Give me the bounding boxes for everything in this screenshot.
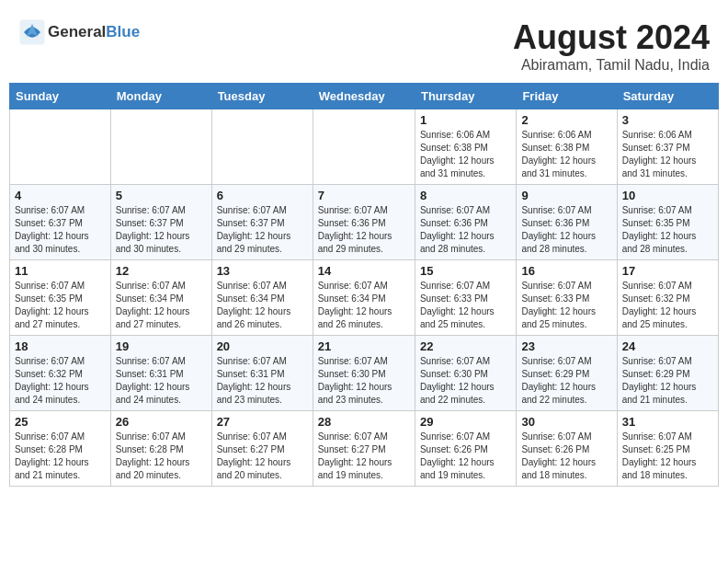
day-number: 9 — [521, 189, 611, 202]
day-info: Sunrise: 6:07 AM Sunset: 6:29 PM Dayligh… — [622, 355, 713, 407]
day-number: 30 — [521, 415, 611, 429]
calendar-table: SundayMondayTuesdayWednesdayThursdayFrid… — [9, 83, 719, 487]
day-number: 23 — [521, 339, 611, 353]
day-info: Sunrise: 6:07 AM Sunset: 6:35 PM Dayligh… — [622, 204, 713, 256]
weekday-header-tuesday: Tuesday — [211, 84, 313, 109]
day-cell-28: 28Sunrise: 6:07 AM Sunset: 6:27 PM Dayli… — [313, 411, 415, 487]
day-number: 16 — [521, 264, 611, 278]
day-info: Sunrise: 6:07 AM Sunset: 6:36 PM Dayligh… — [318, 204, 410, 256]
day-cell-8: 8Sunrise: 6:07 AM Sunset: 6:36 PM Daylig… — [415, 185, 516, 260]
day-number: 24 — [622, 339, 713, 353]
day-info: Sunrise: 6:07 AM Sunset: 6:34 PM Dayligh… — [217, 280, 308, 331]
day-number: 12 — [116, 264, 207, 278]
title-area: August 2024 Abiramam, Tamil Nadu, India — [513, 18, 710, 74]
logo-general-text: General — [48, 23, 106, 40]
day-cell-21: 21Sunrise: 6:07 AM Sunset: 6:30 PM Dayli… — [313, 336, 415, 411]
week-row-5: 25Sunrise: 6:07 AM Sunset: 6:28 PM Dayli… — [10, 411, 719, 487]
day-cell-9: 9Sunrise: 6:07 AM Sunset: 6:36 PM Daylig… — [517, 185, 617, 260]
day-number: 28 — [318, 415, 410, 429]
header: GeneralBlue August 2024 Abiramam, Tamil … — [9, 9, 719, 78]
day-cell-11: 11Sunrise: 6:07 AM Sunset: 6:35 PM Dayli… — [10, 260, 111, 336]
day-cell-25: 25Sunrise: 6:07 AM Sunset: 6:28 PM Dayli… — [10, 411, 111, 487]
day-number: 3 — [622, 113, 713, 127]
day-cell-6: 6Sunrise: 6:07 AM Sunset: 6:37 PM Daylig… — [211, 185, 313, 260]
weekday-header-friday: Friday — [517, 84, 617, 109]
day-info: Sunrise: 6:07 AM Sunset: 6:33 PM Dayligh… — [420, 280, 511, 331]
day-info: Sunrise: 6:07 AM Sunset: 6:36 PM Dayligh… — [521, 204, 611, 256]
day-number: 19 — [116, 339, 207, 353]
day-cell-10: 10Sunrise: 6:07 AM Sunset: 6:35 PM Dayli… — [617, 185, 718, 260]
empty-cell — [313, 109, 415, 185]
empty-cell — [211, 109, 313, 185]
day-info: Sunrise: 6:07 AM Sunset: 6:34 PM Dayligh… — [116, 280, 207, 331]
day-cell-1: 1Sunrise: 6:06 AM Sunset: 6:38 PM Daylig… — [415, 109, 516, 185]
week-row-1: 1Sunrise: 6:06 AM Sunset: 6:38 PM Daylig… — [10, 109, 719, 185]
day-info: Sunrise: 6:07 AM Sunset: 6:37 PM Dayligh… — [15, 204, 106, 256]
day-number: 20 — [217, 339, 308, 353]
logo: GeneralBlue — [18, 18, 140, 46]
day-info: Sunrise: 6:07 AM Sunset: 6:35 PM Dayligh… — [15, 280, 106, 331]
day-cell-4: 4Sunrise: 6:07 AM Sunset: 6:37 PM Daylig… — [10, 185, 111, 260]
day-cell-18: 18Sunrise: 6:07 AM Sunset: 6:32 PM Dayli… — [10, 336, 111, 411]
day-number: 31 — [622, 415, 713, 429]
day-number: 1 — [420, 113, 511, 127]
empty-cell — [10, 109, 111, 185]
day-number: 4 — [15, 189, 106, 202]
general-blue-icon — [18, 18, 46, 46]
day-info: Sunrise: 6:06 AM Sunset: 6:37 PM Dayligh… — [622, 129, 713, 180]
day-cell-2: 2Sunrise: 6:06 AM Sunset: 6:38 PM Daylig… — [517, 109, 617, 185]
day-info: Sunrise: 6:07 AM Sunset: 6:37 PM Dayligh… — [217, 204, 308, 256]
day-cell-17: 17Sunrise: 6:07 AM Sunset: 6:32 PM Dayli… — [617, 260, 718, 336]
weekday-header-saturday: Saturday — [617, 84, 718, 109]
day-number: 6 — [217, 189, 308, 202]
day-number: 8 — [420, 189, 511, 202]
day-number: 7 — [318, 189, 410, 202]
day-cell-14: 14Sunrise: 6:07 AM Sunset: 6:34 PM Dayli… — [313, 260, 415, 336]
day-number: 11 — [15, 264, 106, 278]
sub-title: Abiramam, Tamil Nadu, India — [513, 57, 710, 74]
week-row-4: 18Sunrise: 6:07 AM Sunset: 6:32 PM Dayli… — [10, 336, 719, 411]
week-row-2: 4Sunrise: 6:07 AM Sunset: 6:37 PM Daylig… — [10, 185, 719, 260]
day-info: Sunrise: 6:07 AM Sunset: 6:25 PM Dayligh… — [622, 431, 713, 482]
day-cell-12: 12Sunrise: 6:07 AM Sunset: 6:34 PM Dayli… — [110, 260, 211, 336]
day-cell-15: 15Sunrise: 6:07 AM Sunset: 6:33 PM Dayli… — [415, 260, 516, 336]
day-info: Sunrise: 6:07 AM Sunset: 6:36 PM Dayligh… — [420, 204, 511, 256]
day-number: 25 — [15, 415, 106, 429]
day-number: 2 — [521, 113, 611, 127]
day-cell-23: 23Sunrise: 6:07 AM Sunset: 6:29 PM Dayli… — [517, 336, 617, 411]
day-info: Sunrise: 6:07 AM Sunset: 6:31 PM Dayligh… — [217, 355, 308, 407]
day-number: 15 — [420, 264, 511, 278]
week-row-3: 11Sunrise: 6:07 AM Sunset: 6:35 PM Dayli… — [10, 260, 719, 336]
empty-cell — [110, 109, 211, 185]
day-cell-24: 24Sunrise: 6:07 AM Sunset: 6:29 PM Dayli… — [617, 336, 718, 411]
day-cell-29: 29Sunrise: 6:07 AM Sunset: 6:26 PM Dayli… — [415, 411, 516, 487]
day-info: Sunrise: 6:07 AM Sunset: 6:28 PM Dayligh… — [15, 431, 106, 482]
day-cell-19: 19Sunrise: 6:07 AM Sunset: 6:31 PM Dayli… — [110, 336, 211, 411]
day-info: Sunrise: 6:07 AM Sunset: 6:33 PM Dayligh… — [521, 280, 611, 331]
day-info: Sunrise: 6:07 AM Sunset: 6:32 PM Dayligh… — [15, 355, 106, 407]
day-number: 18 — [15, 339, 106, 353]
day-info: Sunrise: 6:07 AM Sunset: 6:28 PM Dayligh… — [116, 431, 207, 482]
day-cell-13: 13Sunrise: 6:07 AM Sunset: 6:34 PM Dayli… — [211, 260, 313, 336]
day-info: Sunrise: 6:07 AM Sunset: 6:29 PM Dayligh… — [521, 355, 611, 407]
weekday-header-row: SundayMondayTuesdayWednesdayThursdayFrid… — [10, 84, 719, 109]
day-info: Sunrise: 6:07 AM Sunset: 6:27 PM Dayligh… — [217, 431, 308, 482]
day-cell-5: 5Sunrise: 6:07 AM Sunset: 6:37 PM Daylig… — [110, 185, 211, 260]
logo-blue-text: Blue — [106, 23, 140, 40]
day-info: Sunrise: 6:06 AM Sunset: 6:38 PM Dayligh… — [420, 129, 511, 180]
weekday-header-sunday: Sunday — [10, 84, 111, 109]
weekday-header-monday: Monday — [110, 84, 211, 109]
day-number: 5 — [116, 189, 207, 202]
day-info: Sunrise: 6:07 AM Sunset: 6:30 PM Dayligh… — [318, 355, 410, 407]
weekday-header-thursday: Thursday — [415, 84, 516, 109]
day-cell-26: 26Sunrise: 6:07 AM Sunset: 6:28 PM Dayli… — [110, 411, 211, 487]
day-info: Sunrise: 6:07 AM Sunset: 6:26 PM Dayligh… — [420, 431, 511, 482]
day-number: 26 — [116, 415, 207, 429]
day-cell-31: 31Sunrise: 6:07 AM Sunset: 6:25 PM Dayli… — [617, 411, 718, 487]
day-number: 10 — [622, 189, 713, 202]
day-cell-3: 3Sunrise: 6:06 AM Sunset: 6:37 PM Daylig… — [617, 109, 718, 185]
day-info: Sunrise: 6:07 AM Sunset: 6:37 PM Dayligh… — [116, 204, 207, 256]
day-number: 21 — [318, 339, 410, 353]
day-info: Sunrise: 6:07 AM Sunset: 6:31 PM Dayligh… — [116, 355, 207, 407]
day-cell-20: 20Sunrise: 6:07 AM Sunset: 6:31 PM Dayli… — [211, 336, 313, 411]
